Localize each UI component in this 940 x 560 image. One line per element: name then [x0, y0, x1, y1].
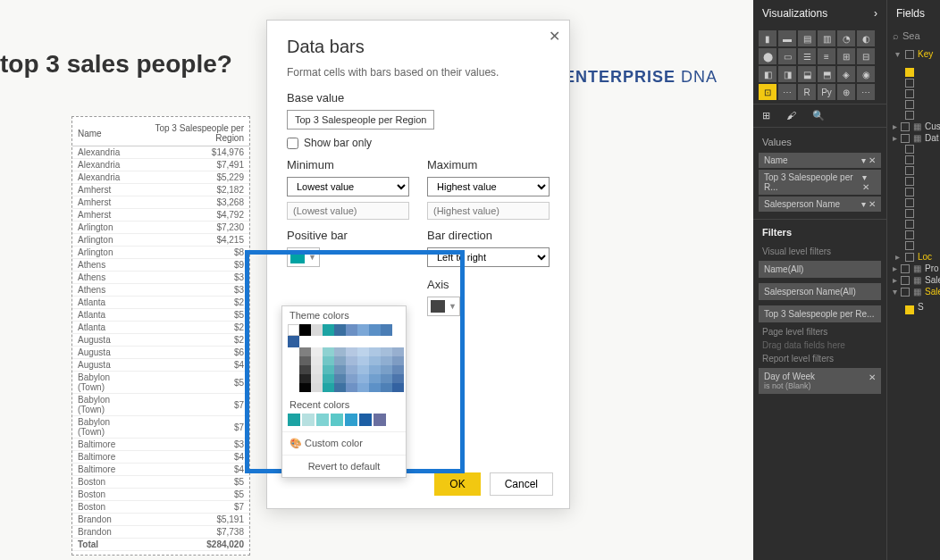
color-swatch[interactable] — [381, 356, 392, 365]
color-swatch[interactable] — [334, 383, 346, 392]
table-row[interactable]: Augusta$6 — [72, 347, 249, 359]
value-pill[interactable]: Salesperson Name▾ ✕ — [759, 196, 881, 212]
field-checkbox[interactable] — [905, 166, 914, 175]
filter-day-of-week[interactable]: Day of Week is not (Blank) ✕ — [759, 368, 881, 394]
color-swatch[interactable] — [311, 374, 323, 383]
field-item[interactable] — [889, 176, 938, 187]
color-swatch[interactable] — [369, 383, 381, 392]
field-item[interactable] — [889, 219, 938, 230]
field-checkbox[interactable] — [901, 122, 910, 131]
table-row[interactable]: Atlanta$2 — [72, 297, 249, 309]
color-swatch[interactable] — [369, 356, 381, 365]
field-checkbox[interactable] — [905, 241, 914, 250]
table-row[interactable]: Arlington$8 — [72, 247, 249, 259]
table-row[interactable]: Baltimore$4 — [72, 451, 249, 464]
color-swatch[interactable] — [323, 356, 334, 365]
viz-type-icon[interactable]: ▮ — [759, 30, 776, 46]
analytics-tab-icon[interactable]: 🔍 — [812, 110, 825, 121]
color-swatch[interactable] — [392, 356, 404, 365]
filter-salesperson[interactable]: Salesperson Name(All) — [759, 283, 881, 300]
ok-button[interactable]: OK — [434, 472, 480, 496]
close-icon[interactable]: ✕ — [549, 28, 560, 45]
color-swatch[interactable] — [357, 347, 369, 356]
table-row[interactable]: Athens$9 — [72, 259, 249, 272]
color-swatch[interactable] — [299, 383, 311, 392]
field-item[interactable]: S — [889, 297, 938, 315]
color-swatch[interactable] — [346, 374, 357, 383]
field-checkbox[interactable] — [905, 100, 914, 109]
viz-type-icon[interactable]: R — [798, 84, 816, 100]
field-item[interactable] — [889, 99, 938, 110]
format-tab-icon[interactable]: 🖌 — [786, 110, 796, 121]
viz-type-icon[interactable]: ⋯ — [778, 84, 796, 100]
color-swatch[interactable] — [299, 356, 311, 365]
viz-type-icon[interactable]: ▭ — [778, 48, 796, 64]
color-swatch[interactable] — [288, 383, 299, 392]
minimum-dropdown[interactable]: Lowest value — [287, 177, 409, 196]
field-item[interactable] — [889, 197, 938, 208]
field-item[interactable] — [889, 60, 938, 78]
table-row[interactable]: Baltimore$3 — [72, 439, 249, 451]
filter-name[interactable]: Name(All) — [759, 261, 881, 278]
viz-type-icon[interactable]: ◧ — [759, 66, 776, 82]
color-swatch[interactable] — [316, 414, 329, 426]
field-checkbox[interactable] — [905, 50, 914, 59]
viz-type-icon[interactable]: ◉ — [857, 66, 875, 82]
color-swatch[interactable] — [369, 374, 381, 383]
viz-type-icon[interactable]: ◈ — [837, 66, 855, 82]
color-swatch[interactable] — [334, 356, 346, 365]
revert-default-button[interactable]: Revert to default — [282, 455, 406, 477]
color-swatch[interactable] — [359, 414, 372, 426]
color-swatch[interactable] — [369, 324, 381, 336]
chevron-down-icon[interactable]: ▾ ✕ — [861, 199, 876, 209]
cancel-button[interactable]: Cancel — [490, 472, 553, 496]
viz-type-icon[interactable]: ⋯ — [857, 84, 875, 100]
field-item[interactable] — [889, 240, 938, 251]
field-checkbox[interactable] — [905, 111, 914, 120]
field-item[interactable]: ▾▦Sale — [889, 286, 938, 297]
value-pill[interactable]: Name▾ ✕ — [759, 153, 881, 168]
fields-tab-icon[interactable]: ⊞ — [762, 110, 770, 121]
viz-type-icon[interactable]: ☰ — [798, 48, 816, 64]
color-swatch[interactable] — [373, 414, 386, 426]
field-item[interactable] — [889, 110, 938, 121]
field-item[interactable] — [889, 78, 938, 88]
minimum-input[interactable] — [287, 202, 409, 220]
color-swatch[interactable] — [392, 347, 404, 356]
table-row[interactable]: Augusta$4 — [72, 359, 249, 372]
field-checkbox[interactable] — [905, 177, 914, 186]
viz-type-icon[interactable]: ⊞ — [837, 48, 855, 64]
color-swatch[interactable] — [323, 324, 334, 336]
viz-type-icon[interactable]: Py — [818, 84, 835, 100]
viz-type-icon[interactable]: ◐ — [857, 30, 875, 46]
field-checkbox[interactable] — [905, 145, 914, 154]
field-checkbox[interactable] — [905, 155, 914, 164]
color-swatch[interactable] — [323, 383, 334, 392]
color-swatch[interactable] — [299, 324, 311, 336]
viz-type-icon[interactable]: ⊕ — [837, 84, 855, 100]
color-swatch[interactable] — [288, 347, 299, 356]
color-swatch[interactable] — [299, 347, 311, 356]
field-item[interactable]: ▾Key — [889, 48, 938, 60]
close-icon[interactable]: ✕ — [869, 372, 876, 382]
field-checkbox[interactable] — [905, 68, 914, 77]
field-item[interactable]: ▸Loc — [889, 251, 938, 263]
color-swatch[interactable] — [346, 347, 357, 356]
viz-type-icon[interactable]: ⊡ — [759, 84, 776, 100]
table-row[interactable]: Amherst$4,792 — [72, 209, 249, 221]
field-checkbox[interactable] — [905, 209, 914, 218]
color-swatch[interactable] — [346, 383, 357, 392]
table-row[interactable]: Amherst$3,268 — [72, 196, 249, 209]
color-swatch[interactable] — [288, 374, 299, 383]
color-swatch[interactable] — [299, 365, 311, 374]
color-swatch[interactable] — [346, 365, 357, 374]
table-row[interactable]: Alexandria$14,976 — [72, 146, 249, 159]
viz-type-icon[interactable]: ◔ — [837, 30, 855, 46]
viz-type-icon[interactable]: ⊟ — [857, 48, 875, 64]
field-item[interactable]: ▸▦Pro — [889, 263, 938, 274]
chevron-down-icon[interactable]: ▾ ✕ — [862, 172, 876, 192]
viz-type-icon[interactable]: ⬓ — [798, 66, 816, 82]
table-visual[interactable]: Name Top 3 Salespeople per Region Alexan… — [71, 116, 250, 556]
color-swatch[interactable] — [288, 336, 299, 347]
maximum-input[interactable] — [427, 202, 550, 220]
